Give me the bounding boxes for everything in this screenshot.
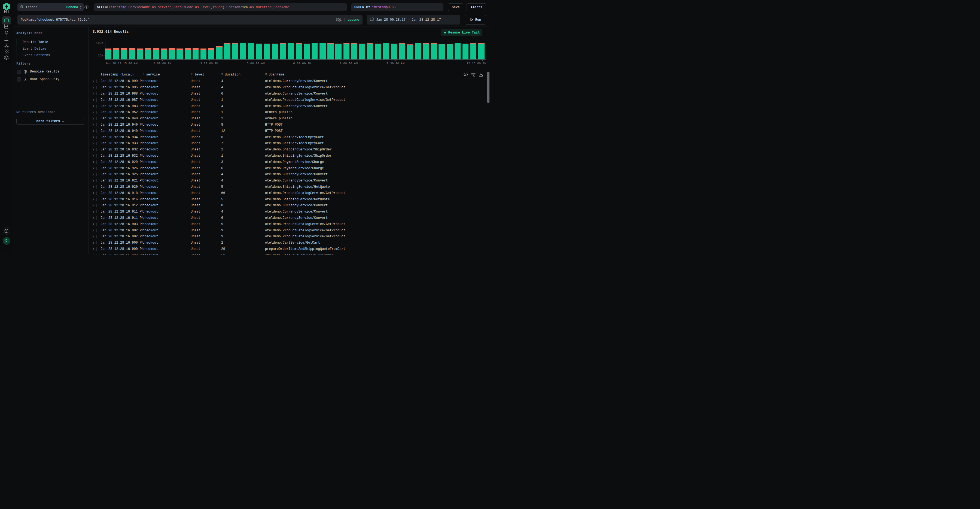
chart-bar-error[interactable] bbox=[415, 43, 421, 43]
language-sql[interactable]: SQL bbox=[336, 18, 342, 22]
chart-bar-ok[interactable] bbox=[463, 44, 469, 59]
row-expand-chevron-icon[interactable] bbox=[92, 161, 94, 163]
row-expand-chevron-icon[interactable] bbox=[92, 235, 94, 238]
chart-bar-error[interactable] bbox=[161, 48, 167, 50]
chart-bar-ok[interactable] bbox=[352, 44, 358, 59]
settings-gear-icon[interactable] bbox=[0, 55, 13, 60]
query-language-toggle[interactable]: SQL | Lucene bbox=[336, 18, 359, 22]
row-expand-chevron-icon[interactable] bbox=[92, 111, 94, 114]
row-expand-chevron-icon[interactable] bbox=[92, 185, 94, 188]
chart-bar-ok[interactable] bbox=[256, 44, 262, 59]
table-row[interactable]: Jan 28 12:28:16.999 PMcheckoutUnset4otel… bbox=[89, 78, 486, 85]
column-drag-handle-icon[interactable]: ⠿ bbox=[191, 73, 192, 76]
table-row[interactable]: Jan 28 12:28:16.932 PMcheckoutUnset1otel… bbox=[89, 153, 486, 159]
chart-bar-error[interactable] bbox=[185, 48, 191, 50]
chart-bar-ok[interactable] bbox=[447, 45, 453, 60]
chart-bar-ok[interactable] bbox=[375, 44, 381, 59]
table-row[interactable]: Jan 28 12:28:16.900 PMcheckoutUnset29pre… bbox=[89, 246, 486, 252]
chart-bar-ok[interactable] bbox=[105, 50, 111, 59]
scrollbar-thumb[interactable] bbox=[487, 72, 490, 103]
row-expand-chevron-icon[interactable] bbox=[92, 129, 94, 132]
sql-select-editor[interactable]: SELECT Timestamp, ServiceName as service… bbox=[94, 3, 347, 11]
run-button[interactable]: Run bbox=[465, 15, 486, 24]
date-range-picker[interactable]: Jan 28 00:28:17 - Jan 28 12:28:17 bbox=[367, 15, 460, 24]
column-header-duration[interactable]: ⠿duration bbox=[221, 73, 265, 77]
chart-bar-ok[interactable] bbox=[264, 44, 270, 59]
schema-label[interactable]: Schema bbox=[67, 5, 78, 9]
chart-bar-ok[interactable] bbox=[169, 50, 175, 59]
chart-bar-ok[interactable] bbox=[359, 44, 366, 59]
chart-bar-error[interactable] bbox=[145, 48, 151, 49]
row-expand-chevron-icon[interactable] bbox=[92, 136, 94, 139]
resume-live-tail-button[interactable]: Resume Live Tail bbox=[441, 29, 482, 36]
table-row[interactable]: Jan 28 12:28:16.926 PMcheckoutUnset6otel… bbox=[89, 165, 486, 171]
chart-bar-error[interactable] bbox=[344, 43, 350, 44]
chart-bar-ok[interactable] bbox=[129, 50, 135, 59]
analysis-mode-results-table[interactable]: Results Table bbox=[17, 39, 86, 46]
filter-toggle-root-spans-only[interactable]: Root Spans Only bbox=[17, 77, 59, 82]
row-expand-chevron-icon[interactable] bbox=[92, 154, 94, 157]
chart-bar-ok[interactable] bbox=[431, 44, 437, 59]
row-expand-chevron-icon[interactable] bbox=[92, 191, 94, 195]
chart-bar-error[interactable] bbox=[129, 48, 135, 50]
code-view-icon[interactable] bbox=[464, 73, 468, 76]
chart-bar-error[interactable] bbox=[367, 43, 374, 44]
chart-bar-ok[interactable] bbox=[367, 44, 374, 59]
row-expand-chevron-icon[interactable] bbox=[92, 247, 94, 251]
chart-bar-ok[interactable] bbox=[153, 50, 159, 59]
table-row[interactable]: Jan 28 12:28:16.929 PMcheckoutUnset3otel… bbox=[89, 159, 486, 165]
checkbox[interactable] bbox=[17, 77, 21, 81]
table-row[interactable]: Jan 28 12:28:16.920 PMcheckoutUnset5otel… bbox=[89, 184, 486, 190]
chart-bar-error[interactable] bbox=[105, 48, 111, 50]
chart-bar-error[interactable] bbox=[200, 48, 207, 50]
table-row[interactable]: Jan 28 12:28:16.925 PMcheckoutUnset4otel… bbox=[89, 171, 486, 178]
chart-bar-ok[interactable] bbox=[439, 45, 445, 60]
table-row[interactable]: Jan 28 12:28:16.952 PMcheckoutUnset1orde… bbox=[89, 109, 486, 115]
row-expand-chevron-icon[interactable] bbox=[92, 148, 94, 151]
row-expand-chevron-icon[interactable] bbox=[92, 98, 94, 101]
column-header-timestamp-local-[interactable]: Timestamp (Local) bbox=[100, 73, 142, 77]
table-row[interactable]: Jan 28 12:28:16.911 PMcheckoutUnset4otel… bbox=[89, 209, 486, 215]
services-map-icon[interactable] bbox=[0, 43, 13, 48]
chart-bar-error[interactable] bbox=[208, 48, 215, 50]
chart-bar-ok[interactable] bbox=[399, 44, 405, 59]
table-row[interactable]: Jan 28 12:28:16.987 PMcheckoutUnset1otel… bbox=[89, 97, 486, 103]
chart-bar-ok[interactable] bbox=[423, 44, 429, 59]
chart-bar-error[interactable] bbox=[240, 43, 247, 43]
chart-bar-error[interactable] bbox=[113, 48, 119, 50]
row-expand-chevron-icon[interactable] bbox=[92, 198, 94, 201]
chart-bar-ok[interactable] bbox=[145, 49, 151, 59]
chart-bar-error[interactable] bbox=[320, 43, 326, 43]
column-header-service[interactable]: ⠿service bbox=[142, 73, 191, 77]
checkbox[interactable] bbox=[17, 70, 21, 74]
analysis-mode-event-deltas[interactable]: Event Deltas bbox=[17, 46, 86, 52]
table-row[interactable]: Jan 28 12:28:16.911 PMcheckoutUnset6otel… bbox=[89, 215, 486, 221]
chart-bar-ok[interactable] bbox=[113, 50, 119, 59]
row-expand-chevron-icon[interactable] bbox=[92, 229, 94, 232]
text-wrap-icon[interactable] bbox=[471, 73, 476, 77]
table-row[interactable]: Jan 28 12:28:16.934 PMcheckoutUnset6otel… bbox=[89, 134, 486, 140]
chart-bar-error[interactable] bbox=[177, 48, 183, 50]
chart-bar-ok[interactable] bbox=[224, 44, 231, 59]
row-expand-chevron-icon[interactable] bbox=[92, 204, 94, 207]
sidebar-collapse-icon[interactable] bbox=[0, 9, 13, 14]
row-expand-chevron-icon[interactable] bbox=[92, 80, 94, 83]
scrollbar-track[interactable] bbox=[487, 72, 490, 254]
chart-bar-ok[interactable] bbox=[200, 50, 207, 59]
help-button[interactable] bbox=[0, 227, 13, 235]
chart-bar-error[interactable] bbox=[352, 43, 358, 44]
chart-explorer-icon[interactable] bbox=[0, 24, 13, 29]
table-row[interactable]: Jan 28 12:28:16.918 PMcheckoutUnset66ote… bbox=[89, 190, 486, 196]
chart-bar-ok[interactable] bbox=[272, 44, 278, 59]
column-drag-handle-icon[interactable]: ⠿ bbox=[142, 73, 144, 76]
row-expand-chevron-icon[interactable] bbox=[92, 167, 94, 170]
chart-bar-ok[interactable] bbox=[121, 50, 127, 59]
chart-bar-error[interactable] bbox=[431, 43, 437, 44]
chart-bar-ok[interactable] bbox=[216, 48, 223, 59]
chart-bar-error[interactable] bbox=[455, 43, 461, 43]
chart-bar-error[interactable] bbox=[169, 48, 175, 50]
row-expand-chevron-icon[interactable] bbox=[92, 211, 94, 213]
sql-orderby-editor[interactable]: ORDER BY Timestamp DESC bbox=[351, 3, 444, 11]
chart-bar-error[interactable] bbox=[137, 48, 143, 50]
row-expand-chevron-icon[interactable] bbox=[92, 173, 94, 176]
